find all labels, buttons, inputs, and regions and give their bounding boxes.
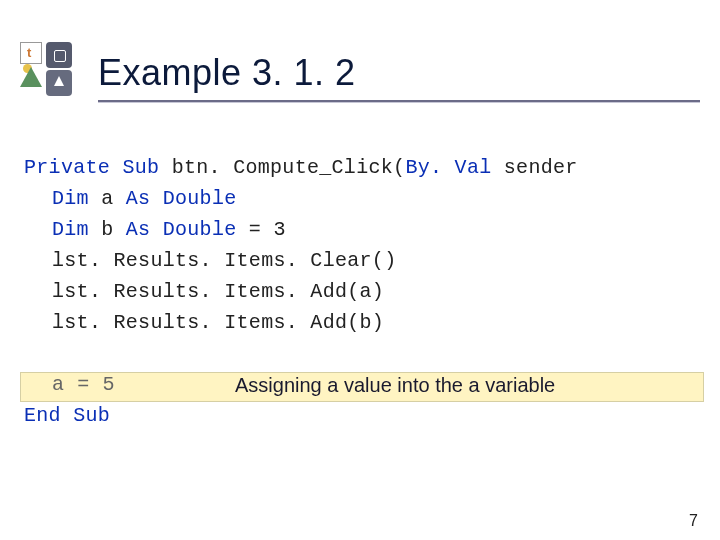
keyword: By. Val — [405, 156, 491, 179]
keyword: Dim — [52, 218, 89, 241]
code-line-3: Dim b As Double = 3 — [24, 214, 700, 245]
code-line-1: Private Sub btn. Compute_Click(By. Val s… — [24, 152, 700, 183]
code-text: a — [89, 187, 126, 210]
logo-icon: t — [20, 42, 78, 100]
highlight-caption: Assigning a value into the a variable — [235, 374, 555, 397]
code-line-6: lst. Results. Items. Add(b) — [24, 307, 700, 338]
code-line-9: End Sub — [24, 400, 700, 431]
keyword: Dim — [52, 187, 89, 210]
title-underline — [98, 100, 700, 103]
keyword: Private Sub — [24, 156, 159, 179]
slide: t Example 3. 1. 2 Private Sub btn. Compu… — [0, 0, 720, 540]
code-line-2: Dim a As Double — [24, 183, 700, 214]
keyword: End Sub — [24, 404, 110, 427]
keyword: As Double — [126, 187, 237, 210]
keyword: As Double — [126, 218, 237, 241]
highlighted-code: a = 5 — [52, 373, 115, 396]
page-number: 7 — [689, 512, 698, 530]
code-line-5: lst. Results. Items. Add(a) — [24, 276, 700, 307]
code-text: b — [89, 218, 126, 241]
slide-header: t Example 3. 1. 2 — [20, 52, 700, 94]
code-text: = 3 — [237, 218, 286, 241]
code-text: sender — [492, 156, 578, 179]
code-text: btn. Compute_Click( — [159, 156, 405, 179]
code-line-4: lst. Results. Items. Clear() — [24, 245, 700, 276]
code-line-7-placeholder — [24, 338, 700, 369]
slide-title: Example 3. 1. 2 — [98, 52, 700, 94]
